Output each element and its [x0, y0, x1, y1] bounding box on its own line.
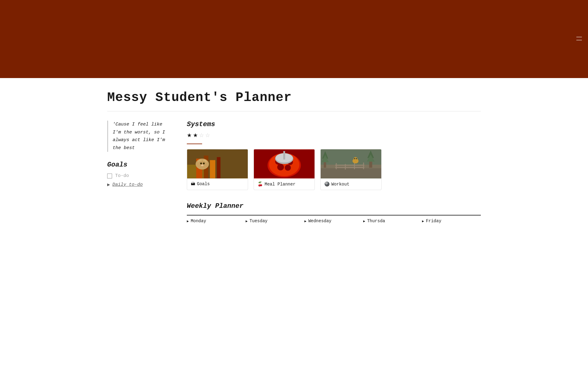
- card-meal-text: Meal Planner: [265, 182, 296, 187]
- card-goals[interactable]: 🏔 Goals: [187, 149, 248, 190]
- day-monday-label: Monday: [191, 219, 206, 223]
- day-wednesday-label: Wednesday: [308, 219, 332, 223]
- day-column-thursday: ▶ Thursda: [363, 215, 422, 223]
- svg-rect-23: [283, 151, 285, 159]
- card-workout[interactable]: 🎱 Workout: [320, 149, 382, 190]
- systems-title: Systems: [187, 121, 481, 128]
- right-column: Systems ★ ★ ☆ ☆: [187, 121, 481, 223]
- card-meal-label: 🍒 Meal Planner: [254, 178, 315, 190]
- page-content: Messy Student's Planner 'Cause I feel li…: [80, 78, 508, 236]
- day-friday-arrow[interactable]: ▶: [422, 219, 424, 223]
- workout-card-svg: [321, 149, 381, 178]
- stars-row: ★ ★ ☆ ☆: [187, 132, 481, 139]
- cards-grid: 🏔 Goals: [187, 149, 481, 190]
- card-meal-planner[interactable]: 🍒 Meal Planner: [254, 149, 315, 190]
- day-column-monday: ▶ Monday: [187, 215, 246, 223]
- daily-todo-label[interactable]: Daily to-do: [112, 182, 143, 187]
- day-column-wednesday: ▶ Wednesday: [304, 215, 363, 223]
- weekly-planner-section: Weekly Planner ▶ Monday ▶ Tuesday: [187, 202, 481, 223]
- svg-point-12: [201, 164, 204, 166]
- scrollbar-line-2: [576, 40, 582, 40]
- svg-point-20: [285, 165, 291, 171]
- card-workout-emoji: 🎱: [324, 182, 330, 187]
- day-tuesday-arrow[interactable]: ▶: [246, 219, 248, 223]
- page-title: Messy Student's Planner: [107, 90, 481, 105]
- todo-checkbox[interactable]: [107, 174, 112, 178]
- card-workout-label: 🎱 Workout: [321, 178, 381, 190]
- day-monday-arrow[interactable]: ▶: [187, 219, 189, 223]
- left-column: 'Cause I feel like I'm the worst, so I a…: [107, 121, 168, 223]
- header-banner: [0, 0, 588, 78]
- goals-section-title: Goals: [107, 161, 168, 169]
- day-thursday-header: ▶ Thursda: [363, 219, 422, 223]
- svg-point-19: [277, 164, 284, 170]
- title-divider: [107, 111, 481, 111]
- scrollbar-line-1: [576, 37, 582, 37]
- meal-card-svg: [254, 149, 315, 178]
- svg-point-11: [203, 163, 205, 164]
- goals-card-svg: [187, 149, 248, 178]
- star-2[interactable]: ★: [193, 132, 198, 139]
- svg-rect-5: [217, 157, 221, 178]
- scrollbar-indicator: [576, 37, 582, 40]
- stars-divider: [187, 144, 202, 144]
- weekly-planner-title: Weekly Planner: [187, 202, 481, 210]
- quote-text: 'Cause I feel like I'm the worst, so I a…: [113, 122, 165, 151]
- star-1[interactable]: ★: [187, 132, 192, 139]
- star-4[interactable]: ☆: [205, 132, 210, 139]
- day-column-tuesday: ▶ Tuesday: [246, 215, 304, 223]
- systems-section: Systems ★ ★ ☆ ☆: [187, 121, 481, 190]
- main-layout: 'Cause I feel like I'm the worst, so I a…: [107, 121, 481, 223]
- todo-item: To-do: [107, 173, 168, 178]
- day-friday-header: ▶ Friday: [422, 219, 481, 223]
- card-goals-text: Goals: [197, 182, 210, 186]
- goals-section: Goals To-do ▶ Daily to-do: [107, 161, 168, 187]
- day-monday-header: ▶ Monday: [187, 219, 246, 223]
- svg-point-10: [200, 163, 202, 164]
- day-column-friday: ▶ Friday: [422, 215, 481, 223]
- card-goals-label: 🏔 Goals: [187, 178, 248, 189]
- day-wednesday-header: ▶ Wednesday: [304, 219, 363, 223]
- day-wednesday-arrow[interactable]: ▶: [304, 219, 307, 223]
- day-thursday-label: Thursda: [367, 219, 385, 223]
- card-meal-image: [254, 149, 315, 178]
- star-3[interactable]: ☆: [199, 132, 204, 139]
- daily-todo-collapsible[interactable]: ▶ Daily to-do: [107, 182, 168, 187]
- card-goals-image: [187, 149, 248, 178]
- svg-rect-43: [321, 149, 381, 178]
- day-tuesday-header: ▶ Tuesday: [246, 219, 304, 223]
- card-workout-text: Workout: [331, 182, 349, 187]
- todo-label: To-do: [115, 173, 129, 178]
- card-goals-emoji: 🏔: [191, 182, 195, 186]
- day-thursday-arrow[interactable]: ▶: [363, 219, 365, 223]
- svg-rect-4: [210, 160, 215, 178]
- quote-block: 'Cause I feel like I'm the worst, so I a…: [107, 121, 168, 152]
- day-tuesday-label: Tuesday: [250, 219, 268, 223]
- card-meal-emoji: 🍒: [258, 182, 263, 187]
- day-friday-label: Friday: [426, 219, 441, 223]
- collapse-arrow-icon: ▶: [107, 182, 110, 187]
- weekly-days-row: ▶ Monday ▶ Tuesday ▶ Wednesday: [187, 215, 481, 223]
- card-workout-image: [321, 149, 381, 178]
